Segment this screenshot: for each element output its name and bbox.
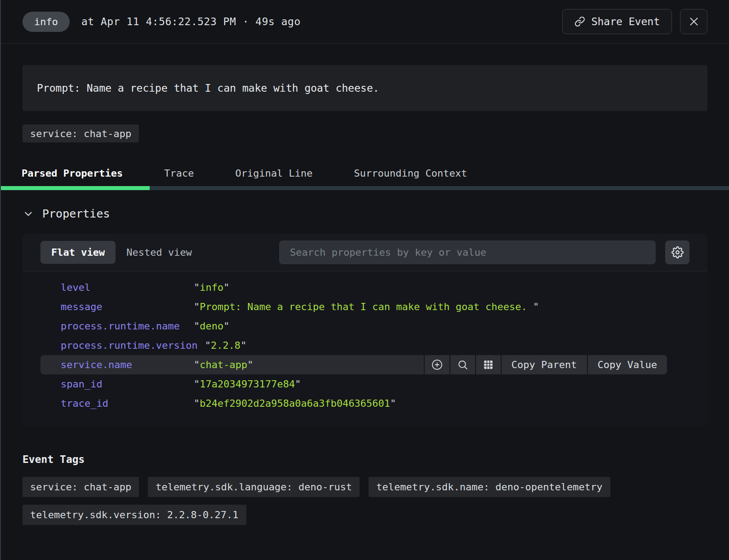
property-value: 17a2034973177e84: [194, 378, 301, 390]
flat-view-button[interactable]: Flat view: [40, 241, 116, 264]
event-timestamp: at Apr 11 4:56:22.523 PM · 49s ago: [81, 16, 301, 27]
properties-toolbar: Flat view Nested view: [22, 234, 707, 271]
search-icon: [457, 359, 468, 370]
tab-surrounding-context[interactable]: Surrounding Context: [333, 160, 488, 186]
properties-section-header[interactable]: Properties: [22, 207, 707, 220]
event-tag-chip[interactable]: service: chat-app: [22, 477, 139, 497]
property-key: span_id: [61, 378, 194, 390]
share-event-button[interactable]: Share Event: [562, 9, 672, 34]
table-icon: [483, 359, 494, 370]
close-icon: [688, 16, 700, 27]
tab-trace[interactable]: Trace: [143, 160, 214, 186]
event-tag-chip[interactable]: telemetry.sdk.name: deno-opentelemetry: [369, 477, 610, 497]
property-key: trace_id: [61, 398, 194, 409]
settings-button[interactable]: [665, 240, 689, 264]
level-badge: info: [22, 12, 70, 32]
event-tags-section: Event Tags service: chat-app telemetry.s…: [22, 453, 707, 525]
property-row[interactable]: process.runtime.name deno: [40, 316, 689, 336]
add-filter-button[interactable]: [425, 355, 449, 374]
properties-section-title: Properties: [42, 207, 110, 220]
nested-view-button[interactable]: Nested view: [116, 241, 203, 264]
property-row-main: service.name chat-app: [40, 355, 424, 374]
event-tags-title: Event Tags: [22, 453, 707, 465]
link-icon: [574, 16, 585, 27]
tab-original-line[interactable]: Original Line: [214, 160, 333, 186]
property-value: chat-app: [194, 359, 253, 370]
search-properties-input[interactable]: [279, 240, 656, 264]
property-key: level: [61, 282, 194, 293]
gear-icon: [671, 246, 684, 258]
event-tag-chip[interactable]: telemetry.sdk.version: 2.2.8-0.27.1: [22, 505, 246, 525]
event-tag-chip[interactable]: telemetry.sdk.language: deno-rust: [148, 477, 360, 497]
property-key: process.runtime.version: [61, 340, 205, 351]
panel-content: Prompt: Name a recipe that I can make wi…: [1, 65, 729, 525]
event-tags-list: service: chat-app telemetry.sdk.language…: [22, 477, 661, 525]
property-key: process.runtime.name: [61, 320, 194, 332]
property-key: message: [61, 301, 194, 312]
active-tab-indicator: [1, 186, 150, 190]
property-row[interactable]: trace_id b24ef2902d2a958a0a6a3fb04636560…: [40, 394, 689, 413]
add-column-button[interactable]: [476, 355, 501, 374]
property-value: deno: [194, 320, 229, 332]
tab-track: [1, 186, 729, 190]
property-value: info: [194, 282, 229, 293]
property-row[interactable]: level info: [40, 278, 689, 297]
property-row[interactable]: process.runtime.version 2.2.8: [40, 336, 689, 355]
plus-circle-icon: [431, 359, 443, 370]
chevron-down-icon: [22, 208, 34, 220]
properties-table: level info message Prompt: Name a recipe…: [22, 271, 707, 427]
event-detail-panel: info at Apr 11 4:56:22.523 PM · 49s ago …: [0, 0, 729, 560]
property-row-highlighted[interactable]: service.name chat-app: [40, 355, 689, 374]
header-bar: info at Apr 11 4:56:22.523 PM · 49s ago …: [1, 0, 729, 44]
close-button[interactable]: [680, 9, 707, 34]
search-value-button[interactable]: [450, 355, 475, 374]
property-value: Prompt: Name a recipe that I can make wi…: [194, 301, 539, 312]
service-tag-chip[interactable]: service: chat-app: [22, 124, 139, 142]
tab-parsed-properties[interactable]: Parsed Properties: [1, 160, 143, 186]
copy-value-button[interactable]: Copy Value: [588, 355, 667, 374]
copy-parent-button[interactable]: Copy Parent: [502, 355, 587, 374]
message-preview: Prompt: Name a recipe that I can make wi…: [22, 65, 707, 111]
property-row[interactable]: span_id 17a2034973177e84: [40, 374, 689, 394]
share-event-label: Share Event: [591, 16, 660, 27]
property-value: 2.2.8: [205, 340, 247, 351]
properties-card: Flat view Nested view level inf: [22, 234, 707, 427]
property-value: b24ef2902d2a958a0a6a3fb046365601: [194, 398, 396, 409]
view-toggle: Flat view Nested view: [40, 241, 203, 264]
tabs-bar: Parsed Properties Trace Original Line Su…: [1, 160, 729, 190]
property-row[interactable]: message Prompt: Name a recipe that I can…: [40, 297, 689, 316]
property-key: service.name: [61, 359, 194, 370]
row-action-bar: Copy Parent Copy Value: [424, 355, 667, 374]
